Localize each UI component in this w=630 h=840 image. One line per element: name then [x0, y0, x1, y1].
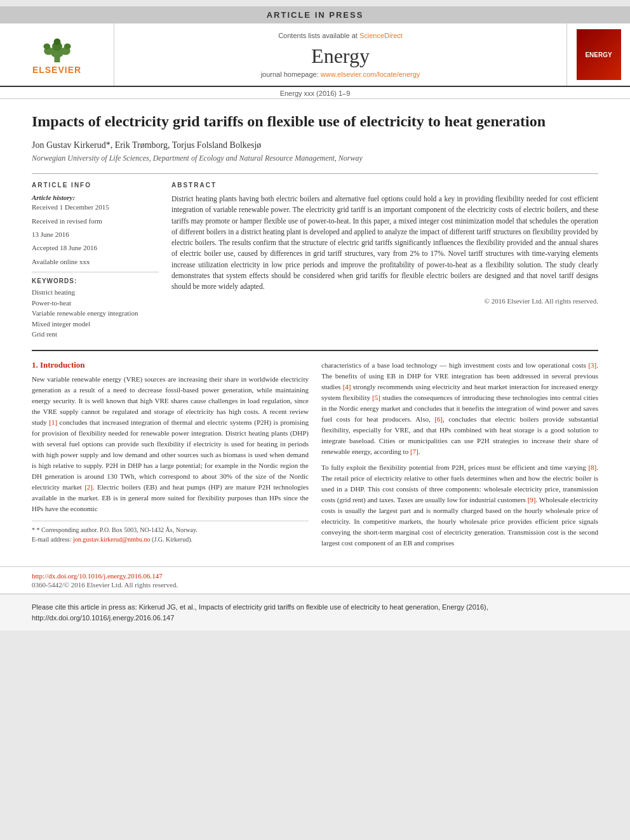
- abstract-column: ABSTRACT District heating plants having …: [171, 182, 598, 339]
- section-divider: [32, 350, 598, 351]
- bottom-links-area: http://dx.doi.org/10.1016/j.energy.2016.…: [0, 566, 630, 594]
- issn-text: 0360-5442/© 2016 Elsevier Ltd. All right…: [32, 581, 598, 589]
- ref-7[interactable]: [7]: [410, 448, 419, 455]
- journal-info-center: Contents lists available at ScienceDirec…: [114, 23, 566, 86]
- homepage-line: journal homepage: www.elsevier.com/locat…: [261, 70, 420, 78]
- article-info-column: ARTICLE INFO Article history: Received 1…: [32, 182, 159, 339]
- affiliation-text: Norwegian University of Life Sciences, D…: [32, 154, 598, 163]
- ref-1[interactable]: [1]: [49, 418, 57, 426]
- keyword-3: Variable renewable energy integration: [32, 308, 159, 319]
- footnote-email-name: (J.G. Kirkerud).: [152, 536, 192, 543]
- ref-2[interactable]: [2]: [84, 483, 93, 491]
- ref-6[interactable]: [6]: [434, 415, 443, 423]
- doi-line: Energy xxx (2016) 1–9: [0, 87, 630, 99]
- intro-heading: 1. Introduction: [32, 360, 309, 370]
- ref-5[interactable]: [5]: [372, 394, 380, 401]
- sciencedirect-line: Contents lists available at ScienceDirec…: [278, 32, 403, 39]
- abstract-header: ABSTRACT: [171, 182, 598, 189]
- footnote-corresponding-text: * Corresponding author. P.O. Box 5003, N…: [37, 526, 198, 533]
- doi-url-link[interactable]: http://dx.doi.org/10.1016/j.energy.2016.…: [32, 572, 598, 580]
- footnote-star-icon: *: [32, 526, 37, 533]
- article-info-abstract-section: ARTICLE INFO Article history: Received 1…: [32, 173, 598, 339]
- revised-date: 13 June 2016: [32, 230, 159, 239]
- svg-point-6: [43, 43, 50, 49]
- journal-thumbnail-area: ENERGY: [566, 23, 630, 86]
- revised-label: Received in revised form: [32, 217, 159, 226]
- citation-text: Please cite this article in press as: Ki…: [32, 603, 488, 622]
- accepted-text: Accepted 18 June 2016: [32, 243, 159, 253]
- footnote-email-line: E-mail address: jon.gustav.kirkerud@nmbu…: [32, 535, 309, 544]
- journal-name: Energy: [311, 44, 370, 68]
- article-in-press-banner: ARTICLE IN PRESS: [0, 6, 630, 23]
- ref-8[interactable]: [8]: [588, 463, 596, 471]
- authors-text: Jon Gustav Kirkerud*, Erik Trømborg, Tor…: [32, 140, 261, 150]
- keyword-5: Grid rent: [32, 329, 159, 340]
- homepage-label: journal homepage:: [261, 70, 319, 78]
- body-right-column: characteristics of a base load technolog…: [321, 360, 598, 554]
- keywords-label: Keywords:: [32, 277, 159, 284]
- svg-point-3: [53, 38, 60, 45]
- abstract-text: District heating plants having both elec…: [171, 194, 598, 292]
- citation-box: Please cite this article in press as: Ki…: [0, 594, 630, 630]
- page: ARTICLE IN PRESS ELSEVIER: [0, 6, 630, 630]
- elsevier-logo: ELSEVIER: [13, 32, 102, 77]
- ref-3[interactable]: [3]: [588, 361, 596, 369]
- footnote-email-label: E-mail address:: [32, 536, 71, 543]
- ref-9[interactable]: [9]: [528, 496, 536, 503]
- footnote-email-link[interactable]: jon.gustav.kirkerud@nmbu.no: [73, 536, 151, 543]
- journal-header: ELSEVIER Contents lists available at Sci…: [0, 23, 630, 87]
- publisher-logo-area: ELSEVIER: [0, 23, 114, 86]
- copyright-text: © 2016 Elsevier Ltd. All rights reserved…: [171, 297, 598, 305]
- svg-point-7: [64, 43, 70, 49]
- article-title: Impacts of electricity grid tariffs on f…: [32, 112, 598, 131]
- sciencedirect-label: Contents lists available at: [278, 32, 358, 39]
- intro-number: 1.: [32, 360, 38, 370]
- intro-paragraph-1: New variable renewable energy (VRE) sour…: [32, 374, 309, 515]
- banner-text: ARTICLE IN PRESS: [267, 10, 364, 20]
- keyword-2: Power-to-heat: [32, 298, 159, 309]
- keyword-4: Mixed integer model: [32, 319, 159, 330]
- homepage-link[interactable]: www.elsevier.com/locate/energy: [321, 70, 420, 78]
- available-text: Available online xxx: [32, 257, 159, 267]
- footnote-corresponding: * * Corresponding author. P.O. Box 5003,…: [32, 525, 309, 535]
- divider: [32, 272, 159, 272]
- thumbnail-label: ENERGY: [584, 50, 613, 60]
- body-left-column: 1. Introduction New variable renewable e…: [32, 360, 309, 554]
- right-paragraph-1: characteristics of a base load technolog…: [321, 360, 598, 457]
- article-info-header: ARTICLE INFO: [32, 182, 159, 189]
- ref-4[interactable]: [4]: [343, 383, 351, 390]
- article-history-label: Article history:: [32, 194, 159, 201]
- elsevier-tree-icon: [32, 35, 83, 63]
- body-two-column: 1. Introduction New variable renewable e…: [32, 360, 598, 554]
- elsevier-brand-text: ELSEVIER: [32, 65, 81, 75]
- footnote-area: * * Corresponding author. P.O. Box 5003,…: [32, 521, 309, 544]
- authors-line: Jon Gustav Kirkerud*, Erik Trømborg, Tor…: [32, 140, 598, 150]
- main-content: Impacts of electricity grid tariffs on f…: [0, 99, 630, 566]
- right-paragraph-2: To fully exploit the flexibility potenti…: [321, 462, 598, 549]
- intro-title: Introduction: [40, 360, 85, 370]
- keyword-1: District heating: [32, 287, 159, 298]
- journal-cover-thumbnail: ENERGY: [577, 29, 621, 80]
- sciencedirect-link[interactable]: ScienceDirect: [359, 32, 403, 39]
- received-text: Received 1 December 2015: [32, 203, 159, 212]
